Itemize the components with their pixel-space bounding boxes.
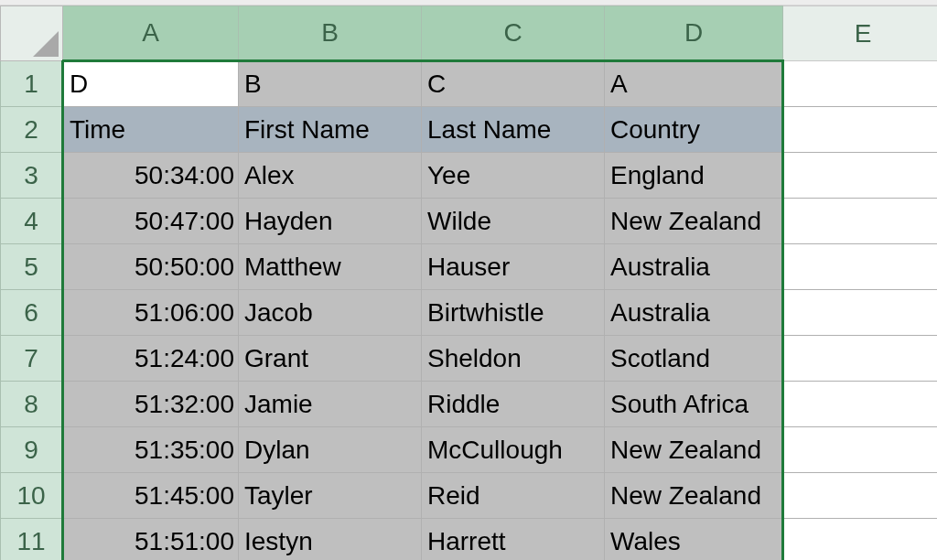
cell-A1[interactable]: D bbox=[63, 61, 239, 107]
cell-A5[interactable]: 50:50:00 bbox=[63, 244, 239, 290]
cell-E10[interactable] bbox=[783, 473, 938, 519]
grid: A B C D E 1 D B C A 2 Time First Name La… bbox=[0, 5, 937, 560]
row-3: 3 50:34:00 Alex Yee England bbox=[1, 153, 938, 199]
cell-D11[interactable]: Wales bbox=[605, 519, 783, 561]
col-header-C[interactable]: C bbox=[422, 6, 605, 61]
cell-D8[interactable]: South Africa bbox=[605, 382, 783, 427]
row-header-11[interactable]: 11 bbox=[1, 519, 63, 561]
cell-E9[interactable] bbox=[783, 427, 938, 473]
cell-D6[interactable]: Australia bbox=[605, 290, 783, 336]
cell-E7[interactable] bbox=[783, 336, 938, 382]
cell-A8[interactable]: 51:32:00 bbox=[63, 382, 239, 427]
col-header-A[interactable]: A bbox=[63, 6, 239, 61]
cell-A11[interactable]: 51:51:00 bbox=[63, 519, 239, 561]
row-header-7[interactable]: 7 bbox=[1, 336, 63, 382]
row-9: 9 51:35:00 Dylan McCullough New Zealand bbox=[1, 427, 938, 473]
cell-A10[interactable]: 51:45:00 bbox=[63, 473, 239, 519]
cell-E3[interactable] bbox=[783, 153, 938, 199]
row-header-6[interactable]: 6 bbox=[1, 290, 63, 336]
cell-A7[interactable]: 51:24:00 bbox=[63, 336, 239, 382]
cell-D1[interactable]: A bbox=[605, 61, 783, 107]
cell-D5[interactable]: Australia bbox=[605, 244, 783, 290]
cell-B3[interactable]: Alex bbox=[239, 153, 422, 199]
row-2: 2 Time First Name Last Name Country bbox=[1, 107, 938, 153]
col-header-B[interactable]: B bbox=[239, 6, 422, 61]
cell-B10[interactable]: Tayler bbox=[239, 473, 422, 519]
cell-E2[interactable] bbox=[783, 107, 938, 153]
cell-B4[interactable]: Hayden bbox=[239, 199, 422, 244]
cell-A9[interactable]: 51:35:00 bbox=[63, 427, 239, 473]
cell-C4[interactable]: Wilde bbox=[422, 199, 605, 244]
cell-D4[interactable]: New Zealand bbox=[605, 199, 783, 244]
row-header-10[interactable]: 10 bbox=[1, 473, 63, 519]
cell-C9[interactable]: McCullough bbox=[422, 427, 605, 473]
cell-E8[interactable] bbox=[783, 382, 938, 427]
col-header-D[interactable]: D bbox=[605, 6, 783, 61]
row-7: 7 51:24:00 Grant Sheldon Scotland bbox=[1, 336, 938, 382]
cell-E4[interactable] bbox=[783, 199, 938, 244]
cell-C5[interactable]: Hauser bbox=[422, 244, 605, 290]
row-header-5[interactable]: 5 bbox=[1, 244, 63, 290]
row-header-8[interactable]: 8 bbox=[1, 382, 63, 427]
cell-A4[interactable]: 50:47:00 bbox=[63, 199, 239, 244]
cell-C1[interactable]: C bbox=[422, 61, 605, 107]
row-header-1[interactable]: 1 bbox=[1, 61, 63, 107]
cell-A6[interactable]: 51:06:00 bbox=[63, 290, 239, 336]
row-header-9[interactable]: 9 bbox=[1, 427, 63, 473]
select-all-corner[interactable] bbox=[1, 6, 63, 61]
row-header-2[interactable]: 2 bbox=[1, 107, 63, 153]
cell-E5[interactable] bbox=[783, 244, 938, 290]
row-1: 1 D B C A bbox=[1, 61, 938, 107]
cell-E1[interactable] bbox=[783, 61, 938, 107]
row-6: 6 51:06:00 Jacob Birtwhistle Australia bbox=[1, 290, 938, 336]
cell-D2[interactable]: Country bbox=[605, 107, 783, 153]
cell-A3[interactable]: 50:34:00 bbox=[63, 153, 239, 199]
cell-C6[interactable]: Birtwhistle bbox=[422, 290, 605, 336]
cell-C8[interactable]: Riddle bbox=[422, 382, 605, 427]
row-4: 4 50:47:00 Hayden Wilde New Zealand bbox=[1, 199, 938, 244]
col-header-E[interactable]: E bbox=[783, 6, 938, 61]
cell-D7[interactable]: Scotland bbox=[605, 336, 783, 382]
row-5: 5 50:50:00 Matthew Hauser Australia bbox=[1, 244, 938, 290]
cell-B5[interactable]: Matthew bbox=[239, 244, 422, 290]
row-8: 8 51:32:00 Jamie Riddle South Africa bbox=[1, 382, 938, 427]
cell-C2[interactable]: Last Name bbox=[422, 107, 605, 153]
cell-B8[interactable]: Jamie bbox=[239, 382, 422, 427]
cell-C7[interactable]: Sheldon bbox=[422, 336, 605, 382]
cell-D10[interactable]: New Zealand bbox=[605, 473, 783, 519]
cell-B6[interactable]: Jacob bbox=[239, 290, 422, 336]
cell-B9[interactable]: Dylan bbox=[239, 427, 422, 473]
column-header-row: A B C D E bbox=[1, 6, 938, 61]
spreadsheet: A B C D E 1 D B C A 2 Time First Name La… bbox=[0, 0, 937, 560]
select-all-icon bbox=[33, 31, 59, 57]
cell-C10[interactable]: Reid bbox=[422, 473, 605, 519]
cell-D9[interactable]: New Zealand bbox=[605, 427, 783, 473]
cell-E11[interactable] bbox=[783, 519, 938, 561]
cell-B1[interactable]: B bbox=[239, 61, 422, 107]
row-11: 11 51:51:00 Iestyn Harrett Wales bbox=[1, 519, 938, 561]
row-header-4[interactable]: 4 bbox=[1, 199, 63, 244]
cell-E6[interactable] bbox=[783, 290, 938, 336]
cell-B11[interactable]: Iestyn bbox=[239, 519, 422, 561]
cell-B2[interactable]: First Name bbox=[239, 107, 422, 153]
cell-A2[interactable]: Time bbox=[63, 107, 239, 153]
row-10: 10 51:45:00 Tayler Reid New Zealand bbox=[1, 473, 938, 519]
cell-C11[interactable]: Harrett bbox=[422, 519, 605, 561]
cell-D3[interactable]: England bbox=[605, 153, 783, 199]
row-header-3[interactable]: 3 bbox=[1, 153, 63, 199]
cell-C3[interactable]: Yee bbox=[422, 153, 605, 199]
cell-B7[interactable]: Grant bbox=[239, 336, 422, 382]
